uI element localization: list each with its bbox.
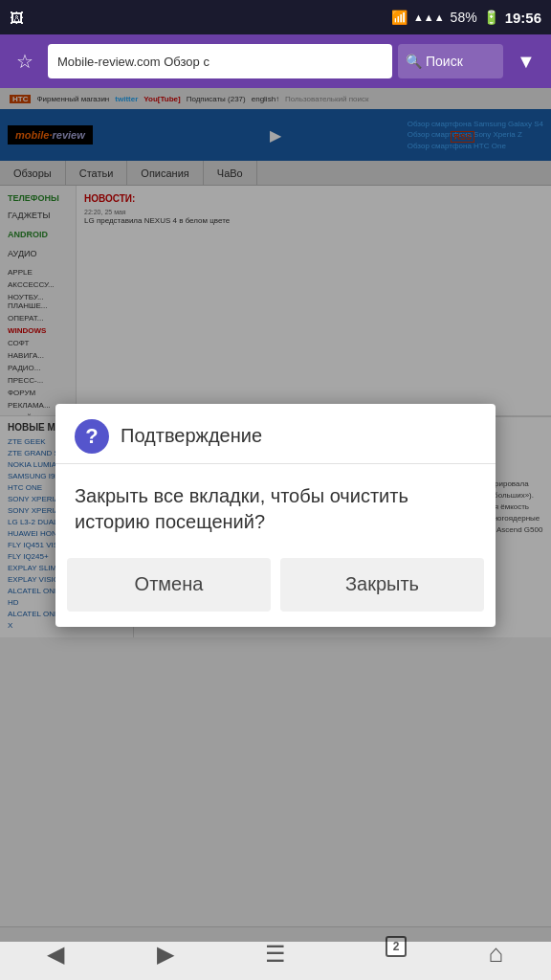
cancel-button[interactable]: Отмена bbox=[67, 558, 271, 612]
back-icon: ◀ bbox=[47, 941, 64, 968]
dialog-body: Закрыть все вкладки, чтобы очистить исто… bbox=[55, 464, 496, 550]
menu-icon: ☰ bbox=[265, 941, 286, 968]
confirmation-dialog: ? Подтверждение Закрыть все вкладки, что… bbox=[55, 404, 496, 627]
website-content: HTC Фирменный магазин twitter You[Tube] … bbox=[0, 88, 551, 942]
confirm-close-button[interactable]: Закрыть bbox=[280, 558, 484, 612]
url-bar[interactable]: Mobile-review.com Обзор с bbox=[48, 44, 392, 78]
wifi-icon: 📶 bbox=[391, 10, 408, 25]
dialog-question-icon: ? bbox=[75, 419, 109, 454]
battery-text: 58% bbox=[451, 10, 477, 25]
dialog-header: ? Подтверждение bbox=[55, 404, 496, 464]
time-display: 19:56 bbox=[505, 10, 541, 26]
status-left-icons: 🖼 bbox=[10, 10, 24, 26]
browser-menu-button[interactable]: ▼ bbox=[509, 44, 543, 78]
dialog-title: Подтверждение bbox=[121, 425, 262, 447]
status-bar: 🖼 📶 ▲▲▲ 58% 🔋 19:56 bbox=[0, 0, 551, 34]
status-right-icons: 📶 ▲▲▲ 58% 🔋 19:56 bbox=[391, 10, 541, 26]
battery-icon: 🔋 bbox=[483, 10, 499, 25]
search-icon: 🔍 bbox=[406, 54, 422, 69]
photo-icon: 🖼 bbox=[10, 10, 24, 26]
dialog-buttons: Отмена Закрыть bbox=[55, 550, 496, 627]
dialog-overlay: ? Подтверждение Закрыть все вкладки, что… bbox=[0, 88, 551, 942]
search-label: Поиск bbox=[426, 54, 463, 69]
bookmark-button[interactable]: ☆ bbox=[8, 44, 42, 78]
forward-icon: ▶ bbox=[157, 941, 174, 968]
url-text: Mobile-review.com Обзор с bbox=[57, 55, 209, 69]
search-bar[interactable]: 🔍 Поиск bbox=[398, 44, 503, 78]
signal-icon: ▲▲▲ bbox=[413, 11, 445, 23]
home-icon: ⌂ bbox=[488, 939, 503, 969]
browser-chrome: ☆ Mobile-review.com Обзор с 🔍 Поиск ▼ bbox=[0, 34, 551, 88]
dialog-message: Закрыть все вкладки, чтобы очистить исто… bbox=[75, 483, 476, 535]
